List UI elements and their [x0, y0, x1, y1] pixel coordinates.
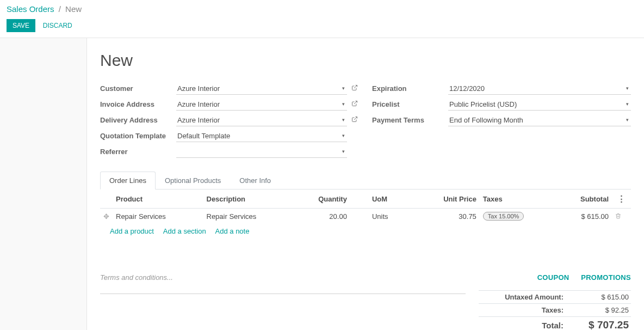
customer-label: Customer	[100, 84, 176, 93]
cell-quantity[interactable]: 20.00	[294, 209, 350, 224]
caret-down-icon[interactable]: ▾	[340, 117, 347, 123]
pricelist-field[interactable]: Public Pricelist (USD) ▾	[448, 99, 631, 111]
tab-optional-products[interactable]: Optional Products	[156, 172, 230, 190]
caret-down-icon[interactable]: ▾	[624, 101, 631, 107]
caret-down-icon[interactable]: ▾	[340, 133, 347, 138]
referrer-label: Referrer	[100, 148, 176, 156]
invoice-address-value: Azure Interior	[177, 100, 340, 108]
quotation-template-label: Quotation Template	[100, 132, 176, 140]
taxes-value: $ 92.25	[574, 306, 629, 314]
total-label: Total:	[481, 321, 574, 330]
payment-terms-label: Payment Terms	[372, 116, 448, 124]
delivery-address-label: Delivery Address	[100, 116, 176, 124]
discard-button[interactable]: DISCARD	[38, 19, 78, 32]
left-gutter	[0, 38, 87, 330]
col-product: Product	[113, 190, 203, 209]
caret-down-icon[interactable]: ▾	[340, 85, 347, 91]
promotions-button[interactable]: PROMOTIONS	[581, 273, 631, 282]
customer-field[interactable]: Azure Interior ▾	[176, 83, 347, 95]
col-taxes: Taxes	[480, 190, 556, 209]
cell-uom[interactable]: Units	[350, 209, 416, 224]
breadcrumb-current: New	[65, 4, 82, 14]
payment-terms-field[interactable]: End of Following Month ▾	[448, 114, 631, 126]
quotation-template-value: Default Template	[177, 132, 340, 140]
customer-value: Azure Interior	[177, 84, 340, 93]
tab-other-info[interactable]: Other Info	[230, 172, 280, 190]
save-button[interactable]: SAVE	[7, 19, 35, 32]
page-title: New	[100, 51, 631, 70]
breadcrumb: Sales Orders / New	[7, 4, 637, 14]
svg-line-0	[354, 85, 357, 89]
untaxed-value: $ 615.00	[574, 293, 629, 301]
col-subtotal: Subtotal	[556, 190, 612, 209]
svg-line-1	[354, 101, 357, 105]
delivery-address-value: Azure Interior	[177, 116, 340, 124]
add-note-link[interactable]: Add a note	[215, 227, 250, 235]
breadcrumb-sep: /	[59, 4, 61, 14]
external-link-icon[interactable]	[350, 100, 359, 108]
breadcrumb-parent[interactable]: Sales Orders	[7, 4, 54, 14]
caret-down-icon[interactable]: ▾	[624, 85, 631, 91]
cell-product[interactable]: Repair Services	[113, 209, 203, 224]
invoice-address-label: Invoice Address	[100, 100, 176, 108]
kebab-menu-icon[interactable]: ⋮	[615, 194, 628, 203]
svg-line-2	[354, 117, 357, 120]
quotation-template-field[interactable]: Default Template ▾	[176, 130, 347, 142]
pricelist-value: Public Pricelist (USD)	[449, 100, 624, 108]
add-section-link[interactable]: Add a section	[163, 227, 206, 235]
caret-down-icon[interactable]: ▾	[340, 101, 347, 107]
delivery-address-field[interactable]: Azure Interior ▾	[176, 114, 347, 126]
tab-order-lines[interactable]: Order Lines	[100, 172, 156, 190]
cell-unit-price[interactable]: 30.75	[416, 209, 480, 224]
external-link-icon[interactable]	[350, 84, 359, 93]
col-uom: UoM	[350, 190, 416, 209]
expiration-value: 12/12/2020	[449, 84, 624, 93]
trash-icon[interactable]	[615, 213, 621, 221]
col-description: Description	[203, 190, 294, 209]
terms-input[interactable]	[100, 273, 466, 282]
referrer-field[interactable]: ▾	[176, 146, 347, 158]
tax-badge[interactable]: Tax 15.00%	[483, 212, 524, 221]
invoice-address-field[interactable]: Azure Interior ▾	[176, 99, 347, 111]
taxes-label: Taxes:	[481, 306, 574, 314]
table-row[interactable]: ✥ Repair Services Repair Services 20.00 …	[100, 209, 631, 224]
cell-description[interactable]: Repair Services	[203, 209, 294, 224]
add-product-link[interactable]: Add a product	[110, 227, 154, 235]
untaxed-label: Untaxed Amount:	[481, 293, 574, 301]
col-quantity: Quantity	[294, 190, 350, 209]
coupon-button[interactable]: COUPON	[537, 273, 569, 282]
expiration-label: Expiration	[372, 84, 448, 93]
external-link-icon[interactable]	[350, 116, 359, 124]
payment-terms-value: End of Following Month	[449, 116, 624, 124]
total-value: $ 707.25	[574, 319, 629, 330]
caret-down-icon[interactable]: ▾	[624, 117, 631, 123]
expiration-field[interactable]: 12/12/2020 ▾	[448, 83, 631, 95]
cell-taxes[interactable]: Tax 15.00%	[480, 209, 556, 224]
col-unit-price: Unit Price	[416, 190, 480, 209]
drag-handle-icon[interactable]: ✥	[103, 212, 109, 221]
cell-subtotal: $ 615.00	[556, 209, 612, 224]
pricelist-label: Pricelist	[372, 100, 448, 108]
caret-down-icon[interactable]: ▾	[340, 149, 347, 154]
